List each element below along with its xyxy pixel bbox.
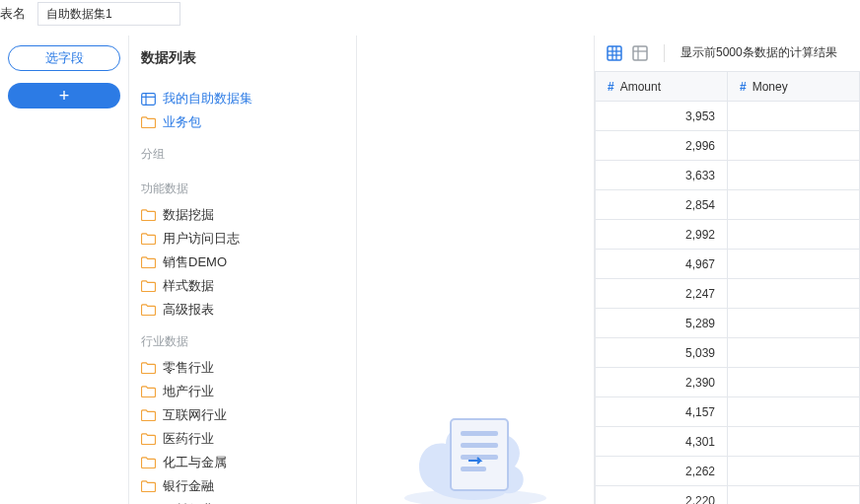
column-header[interactable]: #Amount <box>596 72 728 102</box>
tree-item[interactable]: 银行金融 <box>141 474 356 498</box>
canvas-empty-area <box>357 36 594 504</box>
table-cell[interactable]: 2,262 <box>596 457 728 486</box>
tree-item-label: 零售行业 <box>163 359 214 377</box>
tree-item-label: 销售DEMO <box>163 253 227 271</box>
table-row: 2,262 <box>596 457 860 486</box>
folder-icon <box>141 256 156 268</box>
tree-item-label: 医药行业 <box>163 430 214 448</box>
folder-icon <box>141 480 156 492</box>
table-cell[interactable] <box>728 486 860 505</box>
main-area: 选字段 + 数据列表 我的自助数据集业务包分组功能数据数据挖掘用户访问日志销售D… <box>0 36 860 504</box>
table-row: 3,953 <box>596 102 860 131</box>
tree-item[interactable]: 数据挖掘 <box>141 203 356 227</box>
add-step-button[interactable]: + <box>8 83 120 108</box>
table-name-label: 表名 <box>0 5 26 23</box>
table-cell[interactable]: 2,854 <box>596 190 728 220</box>
header-row: 表名 <box>0 0 860 36</box>
svg-rect-6 <box>461 443 498 448</box>
svg-rect-8 <box>461 467 486 471</box>
tree-item-label: 高级报表 <box>163 301 214 319</box>
data-list-title: 数据列表 <box>141 49 356 67</box>
column-header-label: Amount <box>620 80 661 94</box>
tree-item[interactable]: 用户访问日志 <box>141 227 356 251</box>
number-type-icon: # <box>740 80 747 94</box>
svg-rect-14 <box>633 46 647 60</box>
table-cell[interactable]: 4,157 <box>596 397 728 427</box>
table-cell[interactable] <box>728 190 860 220</box>
table-cell[interactable] <box>728 131 860 161</box>
table-cell[interactable]: 2,390 <box>596 368 728 397</box>
table-cell[interactable] <box>728 457 860 486</box>
table-cell[interactable] <box>728 397 860 427</box>
tree-item[interactable]: 销售DEMO <box>141 251 356 274</box>
table-row: 3,633 <box>596 161 860 190</box>
tree-item[interactable]: 零售行业 <box>141 356 356 380</box>
tree-item[interactable]: 样式数据 <box>141 274 356 298</box>
table-row: 4,157 <box>596 397 860 427</box>
folder-icon <box>141 116 156 128</box>
tree-item[interactable]: 互联网行业 <box>141 403 356 427</box>
folder-icon <box>141 304 156 316</box>
table-row: 2,220 <box>596 486 860 505</box>
grid-view-icon[interactable] <box>607 45 622 61</box>
table-cell[interactable]: 4,301 <box>596 427 728 457</box>
tree-item[interactable]: 租赁行业 <box>141 498 356 504</box>
tree-item[interactable]: 高级报表 <box>141 298 356 322</box>
tree-item[interactable]: 业务包 <box>141 110 356 134</box>
tree-group-label: 功能数据 <box>141 169 356 203</box>
table-cell[interactable] <box>728 161 860 190</box>
folder-icon <box>141 209 156 221</box>
table-cell[interactable] <box>728 338 860 368</box>
tree-item-label: 数据挖掘 <box>163 206 214 224</box>
tree-item-label: 化工与金属 <box>163 454 227 471</box>
table-cell[interactable] <box>728 220 860 250</box>
tree-item[interactable]: 医药行业 <box>141 427 356 451</box>
folder-icon <box>141 433 156 445</box>
folder-icon <box>141 386 156 397</box>
table-cell[interactable]: 5,289 <box>596 309 728 338</box>
table-row: 5,039 <box>596 338 860 368</box>
folder-icon <box>141 233 156 245</box>
table-cell[interactable] <box>728 102 860 131</box>
tree-item[interactable]: 化工与金属 <box>141 451 356 474</box>
table-name-input[interactable] <box>37 2 180 26</box>
table-row: 4,301 <box>596 427 860 457</box>
table-cell[interactable] <box>728 250 860 279</box>
table-cell[interactable]: 3,953 <box>596 102 728 131</box>
table-cell[interactable] <box>728 368 860 397</box>
preview-info-text: 显示前5000条数据的计算结果 <box>681 44 837 61</box>
preview-toolbar: 显示前5000条数据的计算结果 <box>595 36 860 71</box>
data-list-panel: 数据列表 我的自助数据集业务包分组功能数据数据挖掘用户访问日志销售DEMO样式数… <box>128 36 357 504</box>
table-row: 5,289 <box>596 309 860 338</box>
tree-item[interactable]: 我的自助数据集 <box>141 87 356 110</box>
number-type-icon: # <box>608 80 614 94</box>
column-header-label: Money <box>752 80 788 94</box>
table-cell[interactable]: 3,633 <box>596 161 728 190</box>
table-cell[interactable] <box>728 427 860 457</box>
table-cell[interactable]: 2,220 <box>596 486 728 505</box>
table-cell[interactable]: 2,996 <box>596 131 728 161</box>
tree-item-label: 业务包 <box>163 113 201 131</box>
tree-item-label: 地产行业 <box>163 383 214 400</box>
select-field-button[interactable]: 选字段 <box>8 45 120 71</box>
table-cell[interactable] <box>728 279 860 309</box>
table-cell[interactable]: 4,967 <box>596 250 728 279</box>
table-cell[interactable] <box>728 309 860 338</box>
table-cell[interactable]: 2,247 <box>596 279 728 309</box>
tree-item[interactable]: 地产行业 <box>141 380 356 403</box>
svg-rect-9 <box>608 46 621 60</box>
table-row: 2,390 <box>596 368 860 397</box>
column-header[interactable]: #Money <box>728 72 860 102</box>
data-grid: #Amount#Money 3,9532,9963,6332,8542,9924… <box>595 71 860 504</box>
svg-rect-5 <box>461 431 498 436</box>
table-row: 2,996 <box>596 131 860 161</box>
tree-item-label: 样式数据 <box>163 277 214 295</box>
tree-item-label: 我的自助数据集 <box>163 90 252 108</box>
group-view-icon[interactable] <box>632 45 648 61</box>
table-row: 4,967 <box>596 250 860 279</box>
folder-icon <box>141 457 156 468</box>
folder-icon <box>141 362 156 374</box>
empty-state-illustration <box>392 370 559 504</box>
table-cell[interactable]: 2,992 <box>596 220 728 250</box>
table-cell[interactable]: 5,039 <box>596 338 728 368</box>
